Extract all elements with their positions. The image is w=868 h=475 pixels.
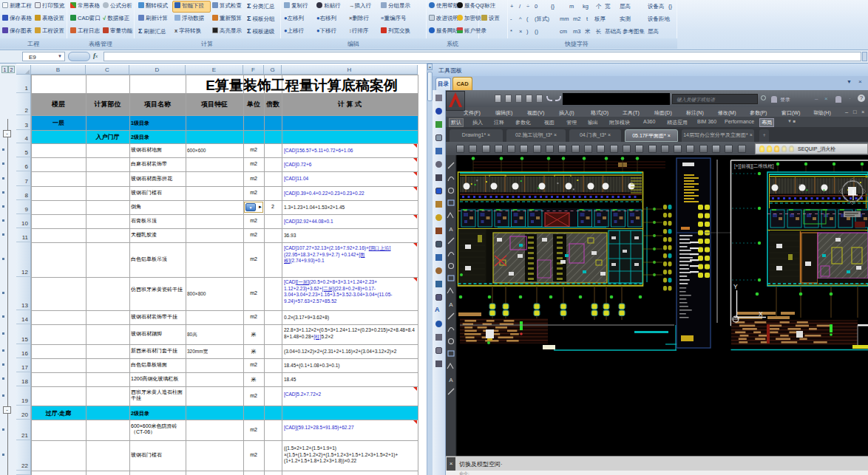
svg-text:[+][前视][二维线框]: [+][前视][二维线框]: [734, 163, 774, 169]
svg-text:A: A: [449, 377, 453, 383]
svg-text:A: A: [449, 226, 453, 233]
svg-text:X: X: [759, 310, 763, 318]
svg-text:Y: Y: [733, 283, 738, 290]
svg-text:A: A: [449, 301, 453, 308]
